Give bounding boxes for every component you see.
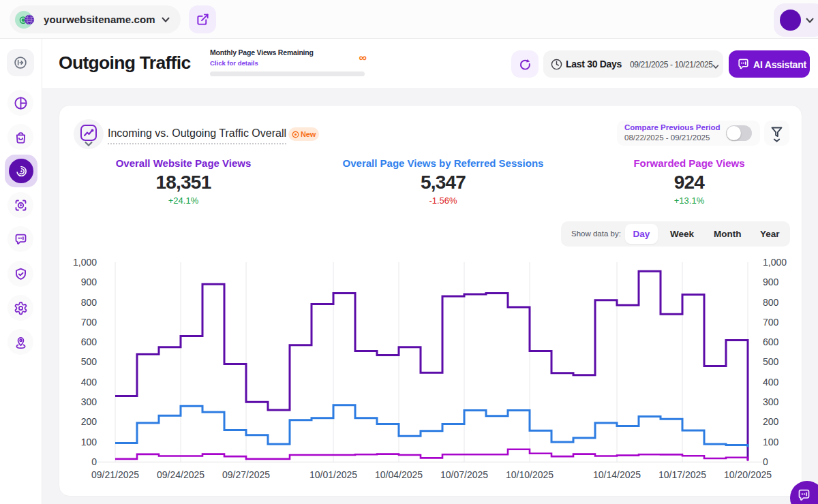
svg-text:1,000: 1,000 bbox=[73, 257, 97, 268]
svg-text:800: 800 bbox=[763, 297, 779, 308]
svg-text:0: 0 bbox=[91, 456, 97, 467]
svg-text:10/07/2025: 10/07/2025 bbox=[440, 469, 488, 480]
svg-text:400: 400 bbox=[81, 377, 97, 388]
svg-text:600: 600 bbox=[763, 336, 779, 347]
svg-text:10/17/2025: 10/17/2025 bbox=[658, 469, 706, 480]
svg-text:800: 800 bbox=[81, 297, 97, 308]
svg-text:09/24/2025: 09/24/2025 bbox=[157, 469, 204, 480]
svg-text:10/04/2025: 10/04/2025 bbox=[375, 469, 423, 480]
svg-text:400: 400 bbox=[763, 377, 779, 388]
svg-text:900: 900 bbox=[81, 277, 97, 287]
svg-text:200: 200 bbox=[81, 416, 97, 427]
svg-text:700: 700 bbox=[81, 317, 97, 328]
svg-text:09/21/2025: 09/21/2025 bbox=[91, 469, 139, 480]
svg-text:10/10/2025: 10/10/2025 bbox=[506, 469, 554, 480]
svg-text:1,000: 1,000 bbox=[763, 257, 787, 268]
svg-text:900: 900 bbox=[763, 277, 779, 287]
svg-text:100: 100 bbox=[81, 437, 97, 447]
svg-text:0: 0 bbox=[763, 456, 768, 467]
svg-text:10/01/2025: 10/01/2025 bbox=[309, 469, 357, 480]
svg-text:300: 300 bbox=[763, 396, 779, 407]
svg-text:700: 700 bbox=[763, 317, 779, 328]
svg-text:500: 500 bbox=[81, 356, 97, 367]
svg-text:500: 500 bbox=[763, 356, 779, 367]
svg-text:100: 100 bbox=[763, 437, 779, 447]
svg-text:300: 300 bbox=[81, 396, 97, 407]
svg-text:10/14/2025: 10/14/2025 bbox=[593, 469, 641, 480]
svg-text:09/27/2025: 09/27/2025 bbox=[222, 469, 270, 480]
svg-text:600: 600 bbox=[81, 336, 97, 347]
svg-text:10/20/2025: 10/20/2025 bbox=[724, 469, 772, 480]
svg-text:200: 200 bbox=[763, 416, 779, 427]
